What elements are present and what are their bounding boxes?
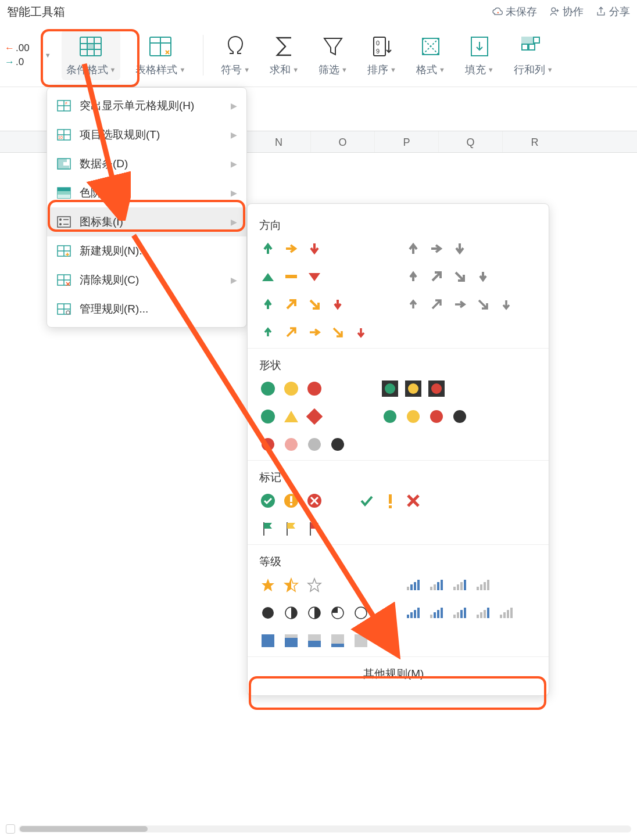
iconset-5arrows-gray[interactable]: [405, 296, 515, 313]
col-O[interactable]: O: [311, 131, 375, 152]
menu-data-bars[interactable]: 数据条(D) ▶: [47, 149, 246, 178]
topbar-actions: 未保存 协作 分享: [492, 5, 630, 19]
svg-point-0: [552, 8, 556, 12]
svg-rect-18: [529, 44, 535, 50]
filter-button[interactable]: 筛选▼: [314, 30, 352, 80]
more-rules-item[interactable]: 其他规则(M)...: [248, 656, 549, 691]
svg-text:9: 9: [376, 48, 380, 55]
menu-topbottom-label: 项目选取规则(T): [80, 127, 160, 142]
menu-top-bottom[interactable]: 10 项目选取规则(T) ▶: [47, 120, 246, 149]
colorscale-icon: [57, 187, 71, 199]
svg-rect-15: [522, 37, 532, 43]
svg-point-51: [261, 382, 275, 396]
iconset-5boxes[interactable]: [259, 632, 370, 649]
iconset-3trafficlights-rimmed[interactable]: [381, 380, 468, 397]
iconset-4arrows-colored[interactable]: [259, 296, 370, 313]
svg-rect-32: [58, 188, 70, 191]
grid-plus-icon: [57, 245, 71, 257]
share-icon: [595, 6, 607, 17]
filter-label: 筛选: [319, 63, 339, 77]
col-N[interactable]: N: [247, 131, 311, 152]
fill-button[interactable]: 填充▼: [460, 30, 499, 80]
iconset-menu-icon: [57, 216, 71, 228]
menu-newrule-label: 新建规则(N)...: [80, 243, 148, 259]
svg-rect-95: [414, 582, 416, 590]
decimal-increase[interactable]: ←.00: [5, 42, 30, 54]
iconset-3arrows-gray[interactable]: [405, 240, 515, 257]
symbol-button[interactable]: 符号▼: [216, 30, 255, 80]
scrollbar-thumb[interactable]: [20, 826, 148, 832]
menu-icon-sets[interactable]: 图标集(I) ▶: [47, 207, 246, 236]
iconset-3triangles[interactable]: [259, 268, 370, 285]
iconset-3flags[interactable]: [259, 520, 323, 537]
iconset-5quarters[interactable]: [259, 604, 370, 622]
menu-new-rule[interactable]: 新建规则(N)...: [47, 236, 246, 265]
decimal-decrease[interactable]: →.0: [5, 56, 30, 68]
svg-rect-93: [407, 587, 409, 590]
svg-rect-103: [460, 582, 463, 590]
iconset-3symbols-circled[interactable]: [259, 492, 323, 509]
unsaved-indicator[interactable]: 未保存: [492, 5, 537, 19]
svg-rect-28: [58, 159, 67, 162]
col-P[interactable]: P: [375, 131, 439, 152]
sort-icon: 09: [370, 35, 393, 58]
svg-rect-123: [484, 610, 486, 618]
chevron-right-icon: ▶: [231, 159, 237, 168]
iconset-4ratings[interactable]: [405, 576, 515, 594]
menu-clear-rules[interactable]: 清除规则(C) ▶: [47, 265, 246, 295]
iconset-4trafficlights[interactable]: [381, 408, 468, 425]
chevron-right-icon: ▶: [231, 130, 237, 139]
iconset-5ratings[interactable]: [405, 604, 515, 622]
svg-rect-115: [437, 610, 439, 618]
menu-color-scales[interactable]: 色阶(S) ▶: [47, 178, 246, 207]
format-button[interactable]: 格式▼: [411, 30, 450, 80]
svg-rect-111: [414, 610, 416, 618]
svg-rect-78: [389, 494, 392, 504]
svg-rect-113: [430, 615, 432, 618]
dropdown-caret[interactable]: ▼: [45, 52, 51, 59]
ribbon: ←.00 →.0 ▼ 条件格式▼ 表格样式▼ 符号▼ 求和▼ 筛选▼ 09 排序…: [0, 23, 637, 87]
svg-rect-85: [262, 634, 274, 647]
iconset-3symbols-uncircled[interactable]: [358, 492, 422, 509]
conditional-format-button[interactable]: 条件格式▼: [62, 30, 121, 80]
iconset-3stars[interactable]: [259, 576, 370, 594]
section-direction-title: 方向: [259, 213, 537, 238]
menu-highlight-label: 突出显示单元格规则(H): [80, 98, 194, 113]
svg-rect-121: [477, 615, 479, 618]
svg-point-66: [384, 410, 396, 423]
svg-rect-120: [464, 608, 466, 618]
col-Q[interactable]: Q: [439, 131, 503, 152]
unsaved-label: 未保存: [506, 5, 537, 19]
svg-rect-87: [285, 638, 298, 647]
svg-rect-98: [434, 584, 436, 590]
iconset-4-red-to-black[interactable]: [259, 436, 346, 453]
share-button[interactable]: 分享: [595, 5, 630, 19]
scrollbar-track[interactable]: [19, 825, 631, 832]
decimal-dec-label: .0: [16, 56, 24, 68]
svg-rect-35: [58, 217, 70, 227]
collab-button[interactable]: 协作: [549, 5, 584, 19]
svg-point-63: [408, 383, 418, 394]
fill-down-icon: [468, 35, 491, 58]
table-style-button[interactable]: 表格样式▼: [131, 30, 190, 80]
sheet-tab-stub[interactable]: [6, 824, 15, 834]
svg-point-65: [431, 383, 442, 394]
col-R[interactable]: R: [503, 131, 567, 152]
iconset-3arrows-colored[interactable]: [259, 240, 370, 257]
svg-rect-16: [534, 37, 539, 43]
iconset-4arrows-gray[interactable]: [405, 268, 515, 285]
svg-point-67: [407, 410, 420, 423]
iconset-3signs[interactable]: [259, 408, 346, 425]
menu-highlight-rules[interactable]: ≠ 突出显示单元格规则(H) ▶: [47, 91, 246, 120]
sum-button[interactable]: 求和▼: [265, 30, 303, 80]
menu-clear-label: 清除规则(C): [80, 272, 139, 288]
menu-manage-rules[interactable]: 管理规则(R)...: [47, 295, 246, 324]
grid-clear-icon: [57, 274, 71, 286]
svg-rect-117: [453, 615, 456, 618]
iconset-5arrows-colored[interactable]: [259, 324, 370, 341]
svg-rect-99: [437, 582, 439, 590]
sort-button[interactable]: 09 排序▼: [363, 30, 401, 80]
horizontal-scrollbar[interactable]: [6, 824, 631, 834]
rows-cols-button[interactable]: 行和列▼: [509, 30, 558, 80]
iconset-3trafficlights-unrimmed[interactable]: [259, 380, 346, 397]
